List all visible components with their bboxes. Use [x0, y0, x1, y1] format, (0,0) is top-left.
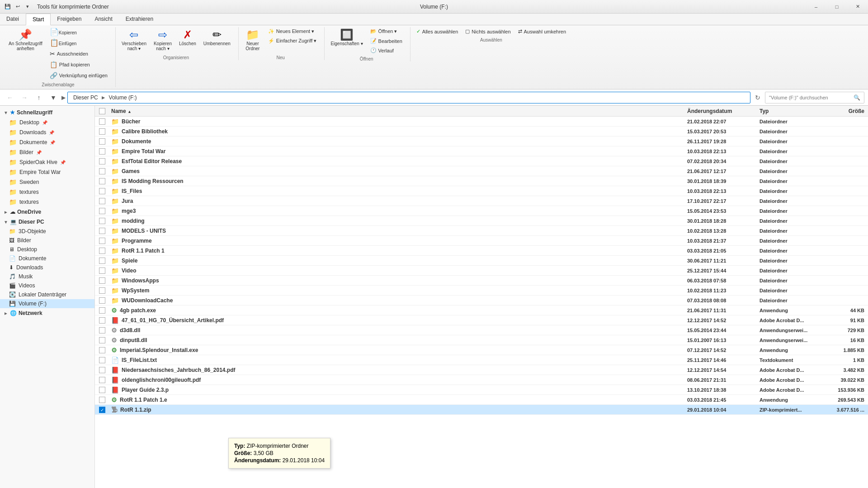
search-box[interactable]: 🔍 [765, 92, 864, 103]
sidebar-item-dokumente[interactable]: 📁 Dokumente 📌 [0, 137, 94, 147]
row-checkbox[interactable] [99, 198, 105, 204]
select-all-button[interactable]: ✓ Alles auswählen [413, 27, 462, 36]
table-row[interactable]: 📁Empire Total War 10.03.2018 22:13 Datei… [95, 146, 868, 156]
row-checkbox[interactable] [99, 317, 105, 324]
sidebar-item-textures1[interactable]: 📁 textures [0, 187, 94, 197]
table-row[interactable]: 📁Spiele 30.06.2017 11:21 Dateiordner [95, 256, 868, 266]
tab-freigeben[interactable]: Freigeben [51, 14, 88, 25]
table-row[interactable]: 📁MODELS - UNITS 10.02.2018 13:28 Dateior… [95, 226, 868, 236]
copyto-button[interactable]: ⇨ Kopierennach ▾ [151, 27, 175, 53]
table-row[interactable]: 📁Bücher 21.02.2018 22:07 Dateiordner [95, 117, 868, 127]
row-checkbox[interactable] [99, 148, 105, 155]
row-checkbox[interactable] [99, 277, 105, 284]
table-row[interactable]: 📁WUDownloadCache 07.03.2018 08:08 Dateio… [95, 296, 868, 305]
sidebar-item-bilder-pc[interactable]: 🖼 Bilder [0, 236, 94, 245]
header-type[interactable]: Typ [760, 108, 823, 114]
row-checkbox[interactable] [99, 228, 105, 234]
move-button[interactable]: ⇦ Verschiebennach ▾ [118, 27, 150, 53]
address-path[interactable]: Dieser PC ► Volume (F:) [67, 92, 750, 103]
paste-button[interactable]: 📋 Einfügen [47, 38, 111, 48]
up-button[interactable]: ↑ [33, 91, 45, 104]
table-row-selected[interactable]: ✓ 🗜RotR 1.1.zip 29.01.2018 10:04 ZIP-kom… [95, 405, 868, 415]
table-row[interactable]: 📁RotR 1.1 Patch 1 03.03.2018 21:05 Datei… [95, 246, 868, 256]
table-row[interactable]: 📕Player Guide 2.3.p 13.10.2017 18:38 Ado… [95, 385, 868, 395]
table-row[interactable]: 📁EsfTotal Editor Release 07.02.2018 20:3… [95, 156, 868, 166]
row-checkbox[interactable] [99, 287, 105, 294]
sidebar-item-textures2[interactable]: 📁 textures [0, 197, 94, 207]
qat-undo[interactable]: ↩ [14, 3, 22, 11]
select-all-checkbox[interactable] [99, 108, 105, 114]
row-checkbox[interactable] [99, 138, 105, 145]
row-checkbox[interactable] [99, 337, 105, 343]
tab-datei[interactable]: Datei [0, 14, 26, 25]
easy-access-button[interactable]: ⚡ Einfacher Zugriff ▾ [265, 37, 320, 45]
row-checkbox[interactable] [99, 158, 105, 164]
row-checkbox[interactable] [99, 188, 105, 194]
sidebar-item-lokaler[interactable]: 💽 Lokaler Datenträger [0, 290, 94, 299]
table-row[interactable]: ⚙4gb patch.exe 21.06.2017 11:31 Anwendun… [95, 305, 868, 315]
row-checkbox[interactable] [99, 267, 105, 274]
row-checkbox[interactable] [99, 357, 105, 363]
table-row[interactable]: 📁IS Modding Ressourcen 30.01.2018 18:39 … [95, 176, 868, 186]
copy-path-button[interactable]: 📋Pfad kopieren [47, 60, 111, 70]
sidebar-item-downloads[interactable]: 📁 Downloads 📌 [0, 127, 94, 137]
search-input[interactable] [769, 95, 854, 100]
shortcut-button[interactable]: 🔗Verknüpfung einfügen [47, 70, 111, 80]
table-row[interactable]: 📕Niedersaechsisches_Jahrbuch_86_2014.pdf… [95, 365, 868, 375]
row-checkbox[interactable] [99, 367, 105, 373]
row-checkbox[interactable] [99, 118, 105, 125]
new-folder-button[interactable]: 📁 NeuerOrdner [241, 27, 264, 53]
onedrive-header[interactable]: ► ☁ OneDrive [0, 207, 94, 217]
sidebar-item-videos[interactable]: 🎬 Videos [0, 281, 94, 290]
copy-button[interactable]: 📄 Kopieren [47, 27, 111, 37]
table-row[interactable]: 📕47_61_01_HG_70_Übersicht_Artikel.pdf 12… [95, 315, 868, 325]
pin-button[interactable]: 📌 An Schnellzugriffanheften [5, 27, 46, 80]
tab-start[interactable]: Start [26, 14, 51, 25]
breadcrumb-dieser-pc[interactable]: Dieser PC [71, 94, 100, 102]
table-row[interactable]: 📁Video 25.12.2017 15:44 Dateiordner [95, 266, 868, 276]
sidebar-item-volume-f[interactable]: 💾 Volume (F:) [0, 299, 94, 308]
qat-customize[interactable]: ▾ [24, 3, 32, 11]
table-row[interactable]: ⚙RotR 1.1 Patch 1.e 03.03.2018 21:45 Anw… [95, 395, 868, 405]
maximize-button[interactable]: □ [826, 0, 847, 13]
table-row[interactable]: 📁modding 30.01.2018 18:28 Dateiordner [95, 216, 868, 226]
header-date[interactable]: Änderungsdatum [687, 108, 760, 114]
minimize-button[interactable]: – [806, 0, 826, 13]
delete-button[interactable]: ✗ Löschen [176, 27, 199, 53]
new-item-button[interactable]: ✨ Neues Element ▾ [265, 27, 320, 36]
table-row[interactable]: 📁WindowsApps 06.03.2018 07:58 Dateiordne… [95, 276, 868, 286]
refresh-button[interactable]: ↻ [752, 92, 763, 103]
netzwerk-header[interactable]: ► 🌐 Netzwerk [0, 308, 94, 318]
sidebar-item-3d[interactable]: 📁 3D-Objekte [0, 227, 94, 236]
table-row[interactable]: 📁Games 21.06.2017 12:17 Dateiordner [95, 166, 868, 176]
sidebar-item-spideroak[interactable]: 📁 SpiderOak Hive 📌 [0, 157, 94, 167]
row-checkbox[interactable] [99, 377, 105, 383]
table-row[interactable]: 📄IS_FileList.txt 25.11.2017 14:46 Textdo… [95, 355, 868, 365]
rename-button[interactable]: ✏ Umbenennen [200, 27, 234, 53]
table-row[interactable]: ⚙Imperial.Splendour_Install.exe 07.12.20… [95, 345, 868, 355]
table-row[interactable]: 📁IS_Files 10.03.2018 22:13 Dateiordner [95, 186, 868, 196]
properties-button[interactable]: 🔲 Eigenschaften ▾ [327, 27, 366, 55]
sidebar-item-musik[interactable]: 🎵 Musik [0, 272, 94, 281]
close-button[interactable]: ✕ [847, 0, 868, 13]
row-checkbox[interactable] [99, 327, 105, 333]
select-none-button[interactable]: ▢ Nichts auswählen [462, 27, 514, 36]
invert-button[interactable]: ⇄ Auswahl umkehren [515, 27, 570, 36]
sidebar-item-empire[interactable]: 📁 Empire Total War [0, 167, 94, 177]
row-checkbox[interactable] [99, 178, 105, 184]
row-checkbox[interactable] [99, 238, 105, 244]
row-checkbox[interactable] [99, 248, 105, 254]
dieser-pc-header[interactable]: ▼ 💻 Dieser PC [0, 217, 94, 227]
open-button[interactable]: 📂 Öffnen ▾ [367, 27, 406, 36]
qat-save[interactable]: 💾 [4, 3, 12, 11]
row-checkbox[interactable] [99, 128, 105, 135]
table-row[interactable]: 📁Dokumente 26.11.2017 19:28 Dateiordner [95, 136, 868, 146]
tab-ansicht[interactable]: Ansicht [88, 14, 119, 25]
header-size[interactable]: Größe [823, 108, 868, 114]
back-button[interactable]: ← [4, 91, 16, 104]
history-button[interactable]: 🕐 Verlauf [367, 46, 406, 55]
sidebar-item-desktop[interactable]: 📁 Desktop 📌 [0, 117, 94, 127]
row-checkbox[interactable] [99, 258, 105, 264]
breadcrumb-volume-f[interactable]: Volume (F:) [107, 94, 139, 102]
sidebar-item-sweden[interactable]: 📁 Sweden [0, 177, 94, 187]
